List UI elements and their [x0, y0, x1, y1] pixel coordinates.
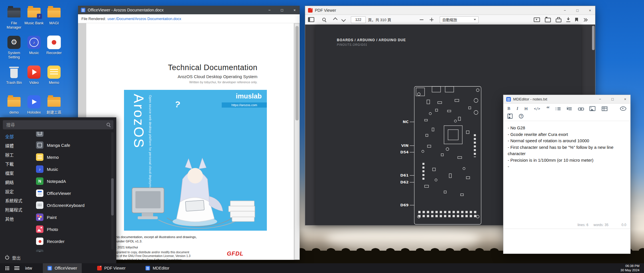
artwork-illustration	[124, 145, 267, 231]
print-icon[interactable]	[556, 19, 561, 22]
desktop-icon-music[interactable]: ♪ Music	[24, 35, 44, 65]
page-number-input[interactable]	[351, 16, 366, 23]
open-file-icon[interactable]	[545, 18, 551, 22]
desktop-icon-video[interactable]: Video	[24, 65, 44, 94]
cursor-position: 0.0	[621, 223, 626, 227]
help-button[interactable]: ?	[519, 114, 523, 118]
numbered-list-icon[interactable]	[567, 107, 572, 110]
preview-eye-icon[interactable]	[620, 106, 626, 111]
category-settings[interactable]: 設定	[5, 187, 36, 196]
close-button[interactable]: ×	[620, 95, 630, 103]
bookmark-icon[interactable]	[575, 18, 578, 22]
pin-label: D69	[400, 203, 409, 207]
sidebar-toggle-icon[interactable]	[308, 17, 314, 22]
document-scrollbar[interactable]	[295, 24, 299, 259]
desktop-icon-file-manager[interactable]: File Manager	[4, 5, 24, 35]
heading-button[interactable]: H	[525, 106, 528, 111]
search-icon[interactable]	[322, 18, 326, 22]
desktop-icon-recorder[interactable]: Recorder	[44, 35, 64, 65]
desktop-icon-trash-bin[interactable]: Trash Bin	[4, 65, 24, 94]
previous-page-icon[interactable]	[333, 17, 338, 22]
file-rendered-link[interactable]: user:/Document/Arozos Documentation.docx	[107, 17, 181, 21]
desktop-icon-magi[interactable]: MAGI	[44, 5, 64, 35]
pin-label: D54	[400, 150, 409, 154]
artwork-url: https://arozos.com	[222, 102, 267, 108]
quote-button[interactable]: “	[546, 107, 549, 110]
desktop-icon-system-setting[interactable]: ⚙ System Setting	[4, 35, 24, 65]
scrollbar-thumb[interactable]	[592, 26, 595, 50]
category-office[interactable]: 辦工	[5, 150, 36, 159]
ime-indicator[interactable]: ixtw	[25, 266, 32, 270]
scrollbar-thumb[interactable]	[295, 26, 299, 120]
taskbar-item-mdeditor[interactable]: MDEditor	[141, 263, 174, 273]
zoom-in-icon[interactable]	[430, 18, 433, 21]
close-button[interactable]: ×	[289, 6, 300, 14]
link-icon[interactable]	[578, 107, 583, 110]
taskbar-item-pdfviewer[interactable]: PDF Viewer	[93, 263, 130, 273]
taskbar-item-officeviewer[interactable]: OfficeViewer	[43, 263, 82, 273]
image-icon[interactable]	[589, 106, 595, 111]
logout-button[interactable]: 登出	[0, 252, 116, 263]
download-icon[interactable]	[566, 17, 570, 22]
artwork-vertical-title: ArozOS	[131, 94, 147, 149]
icon-label: Recorder	[44, 51, 64, 55]
minimize-button[interactable]: −	[264, 6, 275, 14]
menu-icon[interactable]	[14, 266, 19, 270]
mdeditor-titlebar[interactable]: MDEditor - notes.txt − □ ×	[503, 95, 630, 104]
officeviewer-titlebar[interactable]: OfficeViewer - Arozos Documentation.docx…	[78, 6, 300, 14]
zoom-select[interactable]: 自動縮放	[440, 16, 479, 23]
app-item-partial[interactable]	[36, 132, 109, 139]
minimize-button[interactable]: −	[595, 95, 605, 103]
search-input[interactable]	[6, 122, 107, 128]
app-item-officeviewer[interactable]: OfficeViewer	[36, 187, 109, 199]
next-page-icon[interactable]	[341, 17, 346, 22]
category-system[interactable]: 系統程式	[5, 196, 36, 205]
md-editor-textarea[interactable]: - No G28 - Gcode rewrite after Cura exor…	[503, 121, 630, 222]
app-item-music[interactable]: ♪Music	[36, 163, 109, 175]
artwork-question-mark: ?	[174, 99, 181, 110]
maximize-button[interactable]: □	[607, 95, 618, 103]
memo-icon	[36, 153, 43, 161]
app-item-recorder[interactable]: Recorder	[36, 235, 109, 247]
category-others[interactable]: 其他	[5, 214, 36, 223]
app-item-notepada[interactable]: NNotepadA	[36, 175, 109, 187]
desktop-icon-memo[interactable]: Memo	[44, 65, 64, 94]
app-item-paint[interactable]: Paint	[36, 211, 109, 223]
minimize-button[interactable]: −	[560, 6, 570, 15]
power-icon	[5, 256, 9, 260]
zoom-out-icon[interactable]	[420, 18, 423, 21]
presentation-mode-icon[interactable]	[534, 17, 540, 22]
category-download[interactable]: 下載	[5, 159, 36, 168]
start-menu-search[interactable]	[3, 120, 113, 129]
bold-button[interactable]: B	[507, 106, 510, 111]
app-item-serverless[interactable]: Serverless	[36, 247, 109, 252]
app-item-onscreenkeyboard[interactable]: OnScreenKeyboard	[36, 199, 109, 211]
category-media[interactable]: 媒體	[5, 141, 36, 150]
code-button[interactable]: </>	[534, 107, 540, 110]
manga-cafe-icon	[36, 141, 43, 149]
bullet-list-icon[interactable]	[556, 107, 561, 110]
taskbar-clock[interactable]: 06:38 PM 30 May 2024	[621, 264, 641, 272]
start-menu-scrollbar[interactable]	[111, 132, 114, 250]
taskbar: ixtw OfficeViewer PDF Viewer MDEditor 06…	[0, 263, 644, 273]
more-tools-icon[interactable]	[583, 18, 587, 21]
category-files[interactable]: 檔案	[5, 168, 36, 177]
start-button[interactable]	[3, 263, 11, 273]
desktop-icon-music-bank[interactable]: ♪ Music Bank	[24, 5, 44, 35]
maximize-button[interactable]: □	[277, 6, 287, 14]
app-item-manga-cafe[interactable]: Manga Cafe	[36, 139, 109, 151]
save-icon[interactable]	[507, 114, 513, 119]
category-accessories[interactable]: 附屬程式	[5, 205, 36, 214]
memo-icon	[47, 66, 61, 79]
maximize-button[interactable]: □	[572, 6, 583, 15]
italic-button[interactable]: I	[517, 106, 518, 111]
scrollbar-thumb[interactable]	[111, 178, 114, 215]
app-item-memo[interactable]: Memo	[36, 151, 109, 163]
category-network[interactable]: 網絡	[5, 177, 36, 187]
app-item-photo[interactable]: Photo	[36, 223, 109, 235]
close-button[interactable]: ×	[585, 6, 595, 15]
table-icon[interactable]	[602, 106, 607, 111]
desktop: File Manager ♪ Music Bank MAGI ⚙ System …	[0, 0, 644, 273]
category-all[interactable]: 全部	[5, 132, 36, 141]
pdfviewer-titlebar[interactable]: PDF Viewer − □ ×	[305, 6, 595, 15]
